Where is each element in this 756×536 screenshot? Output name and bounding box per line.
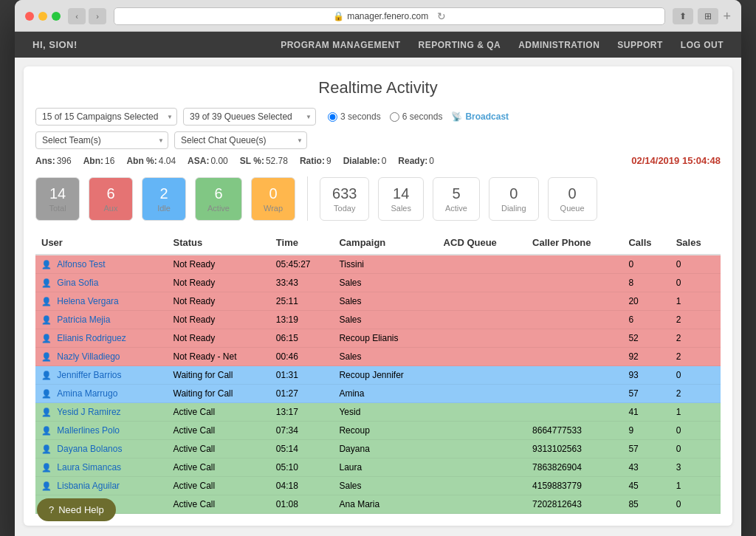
cell-acd-queue <box>438 329 526 348</box>
broadcast-icon: 📡 <box>451 111 462 122</box>
broadcast-button[interactable]: 📡 Broadcast <box>451 111 509 122</box>
user-link[interactable]: Helena Vergara <box>57 296 118 306</box>
cell-user: 👤 Patricia Mejia <box>35 311 168 329</box>
stat-dialable: Dialable: 0 <box>343 156 387 166</box>
cell-status: Active Call <box>168 495 270 514</box>
cell-campaign: Recoup Elianis <box>333 329 437 348</box>
cell-time: 01:27 <box>270 385 334 403</box>
metric-queue: 0 Queue <box>548 177 597 221</box>
nav-support[interactable]: SUPPORT <box>617 40 663 50</box>
minimize-button[interactable] <box>38 12 47 21</box>
metric-wrap: 0 Wrap <box>251 177 295 221</box>
cell-acd-queue <box>438 440 526 458</box>
user-link[interactable]: Gina Sofia <box>57 278 98 288</box>
cell-campaign: Sales <box>333 292 437 311</box>
user-link[interactable]: Jenniffer Barrios <box>57 370 121 380</box>
cell-status: Waiting for Call <box>168 366 270 385</box>
cell-time: 13:19 <box>270 311 334 329</box>
cell-sales: 0 <box>670 495 721 514</box>
need-help-button[interactable]: ? Need Help <box>37 498 116 521</box>
user-link[interactable]: Mallerlines Polo <box>57 425 120 436</box>
col-caller-phone: Caller Phone <box>526 231 622 255</box>
cell-sales: 1 <box>670 403 721 422</box>
radio-3s[interactable] <box>328 112 337 122</box>
forward-button[interactable]: › <box>89 8 106 24</box>
nav-items: PROGRAM MANAGEMENT REPORTING & QA ADMINI… <box>281 40 724 50</box>
cell-time: 05:14 <box>270 440 334 458</box>
page-title: Realtime Activity <box>35 78 721 97</box>
close-button[interactable] <box>25 12 34 21</box>
maximize-button[interactable] <box>52 12 61 21</box>
back-button[interactable]: ‹ <box>68 8 86 24</box>
cell-time: 00:46 <box>270 348 334 366</box>
stats-bar: Ans: 396 Abn: 16 Abn %: 4.04 ASA: 0.00 S… <box>35 155 721 166</box>
filters-row-1: 15 of 15 Campaigns Selected 39 of 39 Que… <box>35 108 721 126</box>
table-body: 👤 Alfonso Test Not Ready 05:45:27 Tissin… <box>35 255 721 514</box>
cell-acd-queue <box>438 292 526 311</box>
address-bar[interactable]: 🔒 manager.fenero.com ↻ <box>114 7 665 25</box>
metric-dialing: 0 Dialing <box>489 177 539 221</box>
campaigns-select[interactable]: 15 of 15 Campaigns Selected <box>35 108 177 126</box>
cell-status: Not Ready <box>168 311 270 329</box>
user-link[interactable]: Nazly Villadiego <box>57 351 120 362</box>
radio-3s-label[interactable]: 3 seconds <box>328 111 381 122</box>
cell-status: Not Ready - Net <box>168 348 270 366</box>
chat-queue-select[interactable]: Select Chat Queue(s) <box>174 131 307 149</box>
headset-icon: 👤 <box>41 371 52 380</box>
tab-button[interactable]: ⊞ <box>698 8 718 24</box>
table-row: 👤 Nazly Villadiego Not Ready - Net 00:46… <box>35 348 721 366</box>
user-link[interactable]: Alfonso Test <box>57 259 105 269</box>
user-link[interactable]: Elianis Rodriguez <box>57 333 126 343</box>
cell-acd-queue <box>438 255 526 274</box>
nav-administration[interactable]: ADMINISTRATION <box>518 40 599 50</box>
cell-acd-queue <box>438 366 526 385</box>
cell-status: Not Ready <box>168 274 270 292</box>
cell-user: 👤 Lisbania Aguilar <box>35 477 168 495</box>
cell-campaign: Dayana <box>333 440 437 458</box>
user-link[interactable]: Yesid J Ramirez <box>57 407 120 417</box>
nav-reporting-qa[interactable]: REPORTING & QA <box>419 40 501 50</box>
cell-user: 👤 Jenniffer Barrios <box>35 366 168 385</box>
cell-sales: 2 <box>670 348 721 366</box>
cell-user: 👤 Helena Vergara <box>35 292 168 311</box>
radio-6s[interactable] <box>390 112 399 122</box>
cell-acd-queue <box>438 311 526 329</box>
cell-acd-queue <box>438 348 526 366</box>
radio-3s-text: 3 seconds <box>340 111 381 122</box>
cell-acd-queue <box>438 274 526 292</box>
cell-status: Active Call <box>168 403 270 422</box>
col-acd-queue: ACD Queue <box>438 231 526 255</box>
new-tab-button[interactable]: + <box>723 8 731 24</box>
metric-active: 6 Active <box>195 177 242 221</box>
activity-table: User Status Time Campaign ACD Queue Call… <box>35 231 721 514</box>
cell-caller-phone: 9313102563 <box>526 440 622 458</box>
cell-sales: 2 <box>670 329 721 348</box>
table-row: 👤 Gina Sofia Not Ready 33:43 Sales 8 0 <box>35 274 721 292</box>
stats-date-time: 02/14/2019 15:04:48 <box>631 155 721 166</box>
share-button[interactable]: ⬆ <box>673 8 693 24</box>
cell-sales: 0 <box>670 274 721 292</box>
user-link[interactable]: Laura Simancas <box>57 462 121 473</box>
user-link[interactable]: Amina Marrugo <box>57 388 117 399</box>
cell-acd-queue <box>438 403 526 422</box>
user-link[interactable]: Patricia Mejia <box>57 315 110 325</box>
user-link[interactable]: Lisbania Aguilar <box>57 481 120 491</box>
greeting: HI, SION! <box>32 39 78 50</box>
cell-user: 👤 Gina Sofia <box>35 274 168 292</box>
refresh-icon[interactable]: ↻ <box>437 10 446 22</box>
headset-icon: 👤 <box>41 315 52 325</box>
cell-status: Not Ready <box>168 292 270 311</box>
cell-time: 01:08 <box>270 495 334 514</box>
nav-program-management[interactable]: PROGRAM MANAGEMENT <box>281 40 400 50</box>
teams-select[interactable]: Select Team(s) <box>35 131 168 149</box>
cell-caller-phone: 4159883779 <box>526 477 622 495</box>
radio-6s-label[interactable]: 6 seconds <box>390 111 443 122</box>
user-link[interactable]: Dayana Bolanos <box>57 444 122 454</box>
cell-sales: 0 <box>670 440 721 458</box>
queues-select[interactable]: 39 of 39 Queues Selected <box>183 108 316 126</box>
cell-campaign: Sales <box>333 311 437 329</box>
nav-logout[interactable]: LOG OUT <box>681 40 724 50</box>
cell-user: 👤 Mallerlines Polo <box>35 422 168 440</box>
cell-time: 05:45:27 <box>270 255 334 274</box>
cell-calls: 6 <box>622 311 670 329</box>
